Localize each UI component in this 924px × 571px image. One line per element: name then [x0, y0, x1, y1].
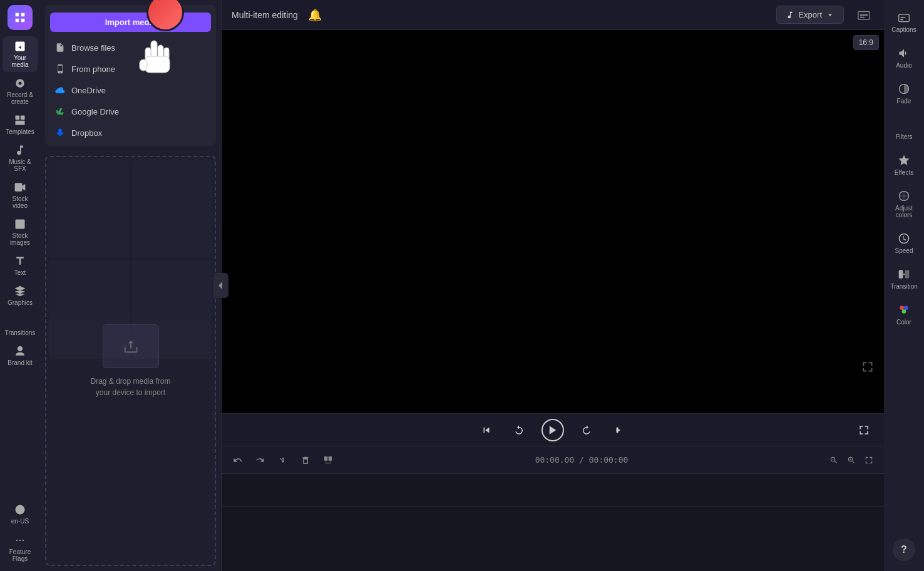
view-controls — [854, 420, 874, 440]
sidebar-item-record-create[interactable]: Record & create — [3, 73, 38, 109]
timeline-zoom-controls — [826, 453, 876, 468]
drag-drop-label: Drag & drop media from your device to im… — [90, 376, 170, 398]
svg-rect-4 — [16, 121, 25, 125]
right-sidebar-filters[interactable]: Filters — [886, 112, 921, 147]
right-sidebar: Captions Audio Fade Filters Effects Adju… — [884, 0, 924, 571]
panel-collapse-button[interactable] — [213, 273, 228, 298]
sidebar-item-your-media[interactable]: Your media — [3, 36, 38, 72]
sidebar-item-stock-video[interactable]: Stock video — [3, 177, 38, 213]
from-phone-item[interactable]: From phone — [45, 58, 216, 80]
main-content: Multi-item editing 🔔 Export 16:9 — [222, 0, 884, 571]
zoom-out-button[interactable] — [826, 453, 841, 468]
timeline-tracks — [222, 474, 884, 571]
svg-point-28 — [900, 306, 904, 310]
import-media-button[interactable]: Import media — [50, 13, 211, 32]
svg-rect-19 — [324, 456, 327, 461]
skip-to-start-button[interactable] — [476, 420, 496, 440]
sidebar-item-music-sfx[interactable]: Music & SFX — [3, 140, 38, 176]
fit-timeline-button[interactable] — [861, 453, 876, 468]
forward-5s-button[interactable] — [577, 420, 597, 440]
sidebar-item-graphics[interactable]: Graphics — [3, 281, 38, 310]
captions-button[interactable] — [854, 5, 874, 25]
timeline-toolbar: 00:00.00 / 00:00:00 — [222, 446, 884, 474]
dropbox-item[interactable]: Dropbox — [45, 122, 216, 143]
left-sidebar: Your media Record & create Templates Mus… — [0, 0, 40, 571]
onedrive-item[interactable]: OneDrive — [45, 80, 216, 101]
import-dropdown: Import media Browse files From phone One… — [45, 5, 216, 146]
svg-rect-2 — [16, 116, 20, 120]
sidebar-item-language[interactable]: en-US — [3, 500, 38, 528]
svg-rect-15 — [858, 11, 870, 19]
svg-point-29 — [904, 306, 908, 310]
svg-rect-22 — [900, 17, 905, 18]
undo-button[interactable] — [229, 451, 247, 469]
sidebar-item-feature-flags[interactable]: ··· Feature Flags — [3, 530, 38, 566]
video-preview: 16:9 — [222, 30, 884, 413]
svg-rect-5 — [15, 183, 23, 191]
sidebar-item-text[interactable]: Text — [3, 251, 38, 280]
play-pause-button[interactable] — [542, 419, 564, 441]
sidebar-item-stock-images[interactable]: Stock images — [3, 214, 38, 250]
svg-rect-20 — [329, 456, 332, 461]
top-bar: Multi-item editing 🔔 Export — [222, 0, 884, 30]
svg-point-7 — [18, 222, 19, 224]
export-button[interactable]: Export — [776, 6, 844, 24]
svg-rect-27 — [905, 270, 910, 278]
browse-files-item[interactable]: Browse files — [45, 37, 216, 58]
aspect-ratio-badge[interactable]: 16:9 — [853, 35, 879, 50]
timeline-area: 00:00.00 / 00:00:00 — [222, 446, 884, 571]
svg-rect-23 — [900, 19, 903, 21]
svg-rect-26 — [899, 270, 903, 278]
skip-to-end-button[interactable] — [609, 420, 629, 440]
detach-audio-button[interactable] — [319, 451, 337, 469]
media-bg — [46, 157, 215, 361]
sidebar-item-templates[interactable]: Templates — [3, 110, 38, 139]
playback-controls — [222, 413, 884, 446]
svg-rect-16 — [860, 14, 868, 16]
notification-icon[interactable]: 🔔 — [308, 8, 322, 22]
timeline-time-display: 00:00.00 / 00:00:00 — [535, 455, 629, 465]
delete-button[interactable] — [297, 451, 314, 469]
svg-marker-18 — [550, 426, 557, 435]
right-sidebar-captions[interactable]: Captions — [886, 5, 921, 39]
right-sidebar-effects[interactable]: Effects — [886, 148, 921, 182]
right-sidebar-speed[interactable]: Speed — [886, 226, 921, 260]
google-drive-item[interactable]: Google Drive — [45, 101, 216, 122]
right-sidebar-color[interactable]: Color — [886, 297, 921, 332]
svg-rect-3 — [21, 116, 25, 120]
sidebar-item-transitions[interactable]: Transitions — [3, 311, 38, 340]
app-logo[interactable] — [8, 5, 33, 30]
svg-point-30 — [902, 309, 906, 314]
redo-button[interactable] — [252, 451, 269, 469]
media-drop-area[interactable]: Drag & drop media from your device to im… — [45, 156, 216, 566]
cut-button[interactable] — [274, 451, 292, 469]
timeline-track-row — [222, 474, 884, 507]
right-sidebar-fade[interactable]: Fade — [886, 76, 921, 111]
right-sidebar-transition[interactable]: Transition — [886, 262, 921, 296]
svg-rect-17 — [860, 16, 865, 18]
right-sidebar-audio[interactable]: Audio — [886, 41, 921, 75]
fullscreen-button[interactable] — [854, 420, 874, 440]
rewind-5s-button[interactable] — [509, 420, 529, 440]
project-title: Multi-item editing — [232, 10, 298, 20]
expand-icon[interactable] — [861, 361, 874, 376]
help-button[interactable]: ? — [893, 538, 915, 561]
zoom-in-button[interactable] — [844, 453, 859, 468]
panel-area: Import media Browse files From phone One… — [40, 0, 222, 571]
right-sidebar-adjust-colors[interactable]: Adjust colors — [886, 183, 921, 225]
svg-point-1 — [19, 82, 22, 85]
sidebar-item-brand-kit[interactable]: Brand kit — [3, 341, 38, 370]
